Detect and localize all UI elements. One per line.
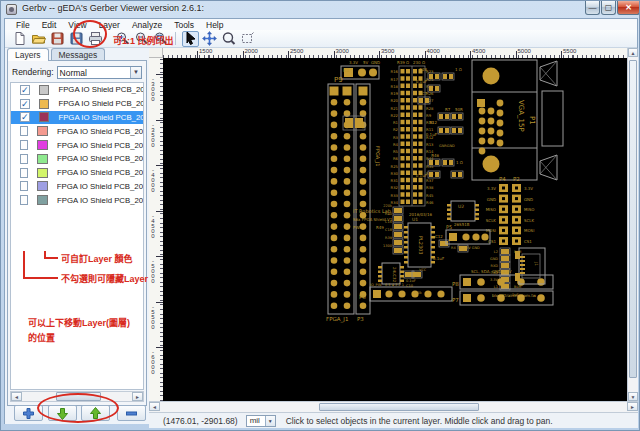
scroll-up-icon[interactable]: ▲ bbox=[628, 48, 638, 57]
menu-help[interactable]: Help bbox=[200, 20, 229, 30]
zoom-tool-button[interactable] bbox=[220, 31, 237, 47]
svg-text:BLM: BLM bbox=[514, 250, 521, 254]
layer-color-swatch[interactable] bbox=[39, 99, 50, 109]
svg-text:R25: R25 bbox=[391, 164, 399, 169]
ruler-tick bbox=[561, 51, 562, 58]
svg-text:1 Ω: 1 Ω bbox=[455, 67, 462, 72]
layer-color-swatch[interactable] bbox=[37, 195, 48, 205]
layer-color-swatch[interactable] bbox=[39, 85, 50, 95]
layer-visibility-checkbox[interactable] bbox=[20, 140, 28, 150]
svg-text:50R: 50R bbox=[455, 107, 463, 112]
zoom-out-button[interactable] bbox=[133, 31, 150, 47]
scrollbar-thumb[interactable] bbox=[319, 403, 479, 411]
svg-text:R21: R21 bbox=[391, 106, 399, 111]
layer-row[interactable]: FPGA IO Shield PCB_20160225- bbox=[11, 152, 143, 166]
layer-row[interactable]: FPGA IO Shield PCB_20160225- bbox=[11, 193, 143, 207]
layer-name: FPGA IO Shield PCB_20160225- bbox=[58, 99, 143, 108]
layer-visibility-checkbox[interactable] bbox=[20, 168, 28, 178]
layer-visibility-checkbox[interactable]: ✓ bbox=[20, 112, 30, 122]
panel-body: Rendering: Normal▼ ✓FPGA IO Shield PCB_2… bbox=[7, 60, 147, 406]
rendering-label: Rendering: bbox=[12, 67, 54, 77]
layer-row[interactable]: FPGA IO Shield PCB_20160225- bbox=[11, 166, 143, 180]
layer-row[interactable]: FPGA IO Shield PCB_20160225- bbox=[11, 124, 143, 138]
open-button[interactable] bbox=[30, 31, 47, 47]
svg-text:0.1uF: 0.1uF bbox=[426, 132, 438, 137]
layer-visibility-checkbox[interactable] bbox=[20, 126, 28, 136]
svg-text:R40: R40 bbox=[385, 212, 392, 216]
svg-text:VGA_15P: VGA_15P bbox=[517, 100, 525, 132]
save-button[interactable] bbox=[49, 31, 66, 47]
svg-text:1 Ω: 1 Ω bbox=[456, 160, 463, 165]
add-layer-button[interactable] bbox=[14, 405, 43, 421]
rendering-select[interactable]: Normal▼ bbox=[57, 66, 142, 79]
svg-text:R2: R2 bbox=[393, 127, 399, 132]
layer-row[interactable]: ✓FPGA IO Shield PCB_20160225- bbox=[11, 97, 143, 111]
ruler-tick bbox=[470, 51, 471, 58]
scroll-left-icon[interactable]: ◄ bbox=[149, 402, 160, 411]
ruler-tick bbox=[156, 165, 163, 166]
svg-text:P8: P8 bbox=[452, 281, 459, 287]
menu-tools[interactable]: Tools bbox=[168, 20, 200, 30]
menu-view[interactable]: View bbox=[62, 20, 92, 30]
svg-text:C7: C7 bbox=[422, 91, 428, 96]
layer-visibility-checkbox[interactable]: ✓ bbox=[20, 99, 30, 109]
measure-tool-button[interactable] bbox=[239, 31, 256, 47]
close-button[interactable]: ✕ bbox=[617, 1, 640, 15]
svg-text:MOSI: MOSI bbox=[524, 228, 534, 233]
tab-layers[interactable]: Layers bbox=[7, 48, 49, 61]
gerber-canvas[interactable]: R16R23R17R24R18R25R19R26R20R27R21R28R22R… bbox=[163, 58, 627, 401]
zoom-in-button[interactable] bbox=[114, 31, 131, 47]
scroll-right-icon[interactable]: ► bbox=[132, 392, 143, 401]
zoom-fit-button[interactable] bbox=[152, 31, 169, 47]
move-layer-up-button[interactable] bbox=[81, 405, 110, 421]
canvas-vscrollbar[interactable]: ▲ ▼ bbox=[627, 48, 638, 401]
remove-layer-button[interactable] bbox=[117, 405, 146, 421]
canvas-hscrollbar[interactable]: ◄ ► bbox=[149, 401, 638, 412]
svg-text:26S51B: 26S51B bbox=[454, 222, 470, 227]
layer-visibility-checkbox[interactable] bbox=[20, 181, 28, 191]
move-layer-down-button[interactable] bbox=[48, 405, 77, 421]
layer-name: FPGA IO Shield PCB_20160225- bbox=[57, 196, 143, 205]
scroll-down-icon[interactable]: ▼ bbox=[628, 392, 638, 401]
svg-text:R12: R12 bbox=[429, 120, 437, 125]
save-as-button[interactable] bbox=[68, 31, 85, 47]
svg-text:R46: R46 bbox=[431, 153, 439, 158]
svg-text:CS1: CS1 bbox=[488, 239, 496, 244]
new-button[interactable] bbox=[11, 31, 28, 47]
print-button[interactable] bbox=[87, 31, 104, 47]
ruler-label: -6000 bbox=[150, 349, 156, 374]
scroll-right-icon[interactable]: ► bbox=[627, 402, 638, 411]
svg-text:P7: P7 bbox=[452, 297, 459, 303]
scroll-left-icon[interactable]: ◄ bbox=[11, 392, 22, 401]
layer-row[interactable]: FPGA IO Shield PCB_20160225- bbox=[11, 138, 143, 152]
menu-edit[interactable]: Edit bbox=[36, 20, 63, 30]
svg-text:FPGA_J1: FPGA_J1 bbox=[374, 146, 381, 166]
layer-color-swatch[interactable] bbox=[37, 154, 48, 164]
scrollbar-thumb[interactable] bbox=[629, 60, 637, 378]
layer-row[interactable]: ✓FPGA IO Shield PCB_20160225- bbox=[11, 83, 143, 97]
layer-row[interactable]: ✓FPGA IO Shield PCB_20160225- bbox=[11, 111, 143, 125]
pan-tool-button[interactable] bbox=[201, 31, 218, 47]
scrollbar-thumb[interactable] bbox=[56, 392, 101, 401]
units-select[interactable]: mil▼ bbox=[246, 415, 276, 427]
menu-file[interactable]: File bbox=[10, 20, 36, 30]
layer-color-swatch[interactable] bbox=[39, 112, 50, 122]
layer-color-swatch[interactable] bbox=[37, 126, 48, 136]
layer-visibility-checkbox[interactable]: ✓ bbox=[20, 85, 30, 95]
panel-hscrollbar[interactable]: ◄ ► bbox=[10, 391, 144, 402]
layer-color-swatch[interactable] bbox=[37, 140, 48, 150]
pointer-tool-button[interactable] bbox=[182, 31, 199, 47]
layer-visibility-checkbox[interactable] bbox=[20, 154, 28, 164]
pcb-p4-p2-header: 3.3V3.3VGNDGNDMISOMISOSCLKSCLKMOSIMOSICS… bbox=[486, 184, 535, 245]
ruler-label: 1500 bbox=[199, 48, 212, 54]
maximize-button[interactable]: ▢ bbox=[601, 1, 616, 15]
layer-visibility-checkbox[interactable] bbox=[20, 195, 28, 205]
layer-name: FPGA IO Shield PCB_20160225- bbox=[58, 85, 143, 94]
layer-color-swatch[interactable] bbox=[37, 181, 48, 191]
minimize-button[interactable]: — bbox=[585, 1, 600, 15]
ruler-tick bbox=[156, 74, 163, 75]
menu-layer[interactable]: Layer bbox=[93, 20, 126, 30]
layer-row[interactable]: FPGA IO Shield PCB_20160225.r bbox=[11, 180, 143, 194]
menu-analyze[interactable]: Analyze bbox=[126, 20, 168, 30]
layer-color-swatch[interactable] bbox=[37, 168, 48, 178]
